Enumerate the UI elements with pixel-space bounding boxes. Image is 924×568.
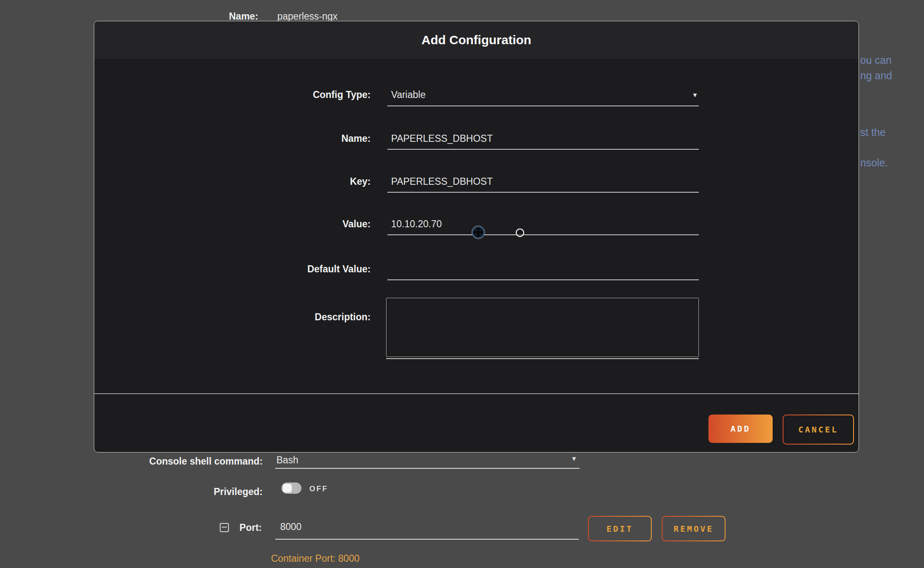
bg-name-value: paperless-ngx bbox=[277, 11, 337, 22]
click-indicator-icon bbox=[516, 229, 524, 236]
dialog-header: Add Configuration bbox=[94, 21, 859, 59]
privileged-label: Privileged: bbox=[213, 486, 263, 498]
dialog-title: Add Configuration bbox=[422, 33, 531, 47]
screen: Name: paperless-ngx ou can ng and st the… bbox=[0, 0, 924, 568]
name-input[interactable] bbox=[387, 133, 703, 144]
bg-help-text-fragment: ou can bbox=[860, 54, 891, 66]
edit-button[interactable]: EDIT bbox=[588, 516, 652, 541]
console-shell-select[interactable]: Bash ▼ bbox=[275, 455, 580, 469]
footer-separator bbox=[94, 393, 859, 394]
description-underline bbox=[386, 358, 699, 359]
move-cursor-icon bbox=[472, 226, 485, 239]
console-shell-value: Bash bbox=[275, 455, 298, 465]
container-port-text: Container Port: 8000 bbox=[271, 553, 359, 564]
config-type-label: Config Type: bbox=[313, 89, 371, 101]
default-value-label: Default Value: bbox=[307, 264, 371, 275]
remove-button[interactable]: REMOVE bbox=[662, 516, 726, 541]
bg-name-label: Name: bbox=[229, 11, 258, 22]
chevron-down-icon[interactable]: ▼ bbox=[571, 455, 577, 462]
value-input[interactable] bbox=[387, 219, 703, 230]
port-label: Port: bbox=[239, 522, 262, 533]
console-shell-label: Console shell command: bbox=[149, 456, 263, 467]
key-label: Key: bbox=[350, 176, 371, 187]
description-label: Description: bbox=[315, 312, 371, 323]
privileged-state: OFF bbox=[309, 485, 328, 493]
port-value: 8000 bbox=[275, 521, 301, 532]
toggle-knob-icon bbox=[283, 484, 292, 493]
default-value-input[interactable] bbox=[387, 264, 703, 275]
bg-help-text-fragment: nsole. bbox=[860, 157, 888, 169]
config-type-select[interactable]: Variable ▼ bbox=[387, 89, 699, 106]
port-input[interactable]: 8000 bbox=[275, 521, 579, 540]
chevron-down-icon[interactable]: ▼ bbox=[692, 92, 698, 98]
cursor-overlay bbox=[467, 221, 534, 244]
privileged-toggle[interactable] bbox=[281, 483, 301, 494]
collapse-minus-icon[interactable] bbox=[220, 523, 229, 532]
bg-help-text-fragment: ng and bbox=[860, 70, 892, 82]
key-input[interactable] bbox=[387, 176, 703, 187]
value-label: Value: bbox=[342, 219, 371, 230]
cancel-button[interactable]: CANCEL bbox=[783, 415, 854, 445]
description-textarea[interactable] bbox=[387, 298, 698, 357]
name-label: Name: bbox=[341, 133, 371, 144]
bg-help-text-fragment: st the bbox=[860, 126, 886, 138]
add-button[interactable]: ADD bbox=[708, 415, 773, 443]
